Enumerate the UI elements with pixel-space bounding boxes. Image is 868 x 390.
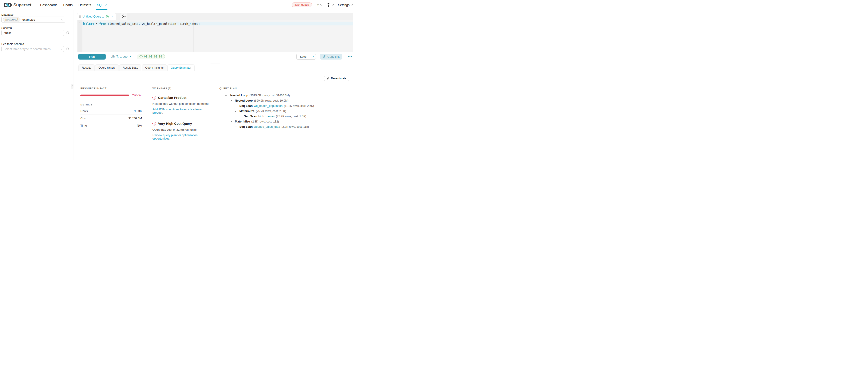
tab-query-history[interactable]: Query history	[95, 64, 119, 71]
schema-select[interactable]: public	[1, 30, 64, 36]
theme-menu[interactable]	[327, 3, 333, 7]
superset-logo[interactable]: Superset	[4, 2, 31, 7]
warnings-heading: WARNINGS (2)	[152, 87, 210, 90]
chevron-down-icon[interactable]	[230, 100, 235, 101]
tab-query-estimator[interactable]: Query Estimator	[167, 64, 195, 71]
chevron-down-icon	[60, 32, 62, 34]
caret-down-icon: ▼	[129, 56, 131, 58]
warning-description: Query has cost of 31456.0M units.	[152, 128, 210, 131]
query-plan-column: QUERY PLAN Nested Loop (2515.0B rows, co…	[215, 83, 356, 160]
sql-editor-pane: Untitled Query 1 × 1	[74, 10, 356, 160]
chevron-down-icon	[60, 48, 62, 50]
chevron-down-icon[interactable]	[230, 121, 235, 122]
query-estimator-panel: RESOURCE IMPACT Critical METRICS Rows 90…	[74, 83, 356, 160]
settings-menu[interactable]: Settings	[338, 3, 352, 7]
tree-guide-line	[235, 103, 235, 111]
chevron-down-icon[interactable]	[225, 95, 230, 96]
superset-sql-lab: Superset Dashboards Charts Datasets SQL …	[0, 0, 356, 160]
plan-node-stats: (2.8K rows, cost: 118)	[281, 125, 309, 128]
sidebar-resize-handle[interactable]	[73, 84, 74, 88]
chevron-down-icon[interactable]	[235, 111, 239, 112]
table-select[interactable]: Select table or type to search tables	[1, 46, 64, 52]
resource-impact-column: RESOURCE IMPACT Critical METRICS Rows 90…	[74, 83, 146, 160]
plan-node-name: Seq Scan	[239, 125, 253, 128]
nav-item-charts[interactable]: Charts	[60, 0, 75, 10]
warning-cartesian-product: ! Cartesian Product Nested loop without …	[152, 96, 210, 114]
plan-node-name: Materialize	[239, 109, 254, 113]
reestimate-button[interactable]: Re-estimate	[324, 76, 349, 81]
chevron-left-icon	[71, 85, 73, 87]
brand-name: Superset	[13, 2, 31, 7]
settings-label: Settings	[338, 3, 349, 7]
plan-node-materialize-1: Materialize (75.7K rows, cost: 2.6K)	[219, 109, 356, 114]
sql-code-editor[interactable]: 1 select * from cleaned_sales_data, wb_h…	[78, 20, 353, 52]
plan-node-stats: (2515.0B rows, cost: 31456.0M)	[250, 94, 290, 97]
tab-query-insights[interactable]: Query Insights	[142, 64, 167, 71]
impact-bar-row: Critical	[81, 93, 142, 97]
tab-result-stats[interactable]: Result Stats	[119, 64, 141, 71]
plan-node-nested-loop-2: Nested Loop (890.9M rows, cost: 19.0M)	[219, 98, 356, 103]
nav-item-dashboards[interactable]: Dashboards	[37, 0, 60, 10]
impact-level: Critical	[132, 93, 142, 97]
database-value: examples	[22, 18, 35, 21]
tree-connector-icon	[239, 114, 244, 116]
tree-guide-line	[235, 122, 235, 124]
editor-toolbar: Run LIMIT: 1 000 ▼ 00:00:00.00 Save	[78, 52, 353, 61]
warning-icon: !	[152, 122, 156, 125]
plan-node-stats: (890.9M rows, cost: 19.0M)	[254, 99, 288, 102]
query-plan-tree: Nested Loop (2515.0B rows, cost: 31456.0…	[219, 93, 356, 129]
query-saved-check-icon	[105, 15, 109, 18]
collapse-sidebar-button[interactable]	[71, 84, 73, 89]
tree-connector-icon	[235, 124, 239, 127]
lightning-icon	[327, 77, 330, 80]
drag-handle-icon	[79, 16, 81, 18]
metric-label: Time	[81, 124, 87, 127]
warning-suggestion-link[interactable]: Add JOIN conditions to avoid cartesian p…	[152, 108, 210, 114]
warning-title: Very High Cost Query	[158, 122, 192, 125]
nav-item-datasets[interactable]: Datasets	[75, 0, 94, 10]
sql-text: cleaned_sales_data, wb_health_population…	[106, 22, 200, 26]
plan-table-link[interactable]: birth_names	[258, 115, 275, 118]
warnings-column: WARNINGS (2) ! Cartesian Product Nested …	[146, 83, 215, 160]
add-query-tab-button[interactable]	[120, 13, 127, 20]
save-split-button: Save	[297, 54, 316, 60]
nav-item-sql-label: SQL	[97, 3, 103, 7]
query-tab-untitled-query-1[interactable]: Untitled Query 1 ×	[78, 13, 116, 20]
sidebar-divider	[1, 39, 71, 39]
pane-resize-handle[interactable]	[211, 62, 220, 64]
reestimate-label: Re-estimate	[331, 77, 346, 80]
plan-node-materialize-2: Materialize (2.8K rows, cost: 132)	[219, 119, 356, 124]
nav-item-sql[interactable]: SQL	[94, 0, 109, 10]
close-tab-icon[interactable]: ×	[111, 15, 113, 18]
warning-suggestion-link[interactable]: Review query plan for optimization oppor…	[152, 133, 210, 140]
main-nav: Dashboards Charts Datasets SQL	[37, 0, 109, 10]
new-item-menu[interactable]: +	[317, 3, 322, 7]
tab-results[interactable]: Results	[79, 64, 95, 71]
copy-link-button[interactable]: Copy link	[320, 54, 342, 60]
refresh-schemas-icon[interactable]	[66, 31, 70, 35]
chevron-down-icon	[61, 19, 63, 21]
metric-row-cost: Cost 31456.0M	[81, 115, 142, 122]
limit-dropdown[interactable]: LIMIT: 1 000 ▼	[111, 55, 131, 58]
more-actions-button[interactable]: •••	[348, 55, 352, 58]
save-options-button[interactable]	[310, 54, 316, 59]
warning-title: Cartesian Product	[158, 96, 186, 99]
chevron-down-icon	[332, 3, 334, 5]
plan-table-link[interactable]: wb_health_population	[254, 104, 283, 108]
plan-node-name: Seq Scan	[244, 115, 257, 118]
sql-lab-sidebar: Database postgresql examples Schema publ…	[0, 10, 74, 160]
database-select[interactable]: postgresql examples	[1, 17, 65, 23]
sql-text: *	[94, 22, 99, 26]
navbar: Superset Dashboards Charts Datasets SQL …	[0, 0, 356, 10]
plan-table-link[interactable]: cleaned_sales_data	[254, 125, 280, 128]
plan-node-seq-scan-wb-health: Seq Scan wb_health_population (11.8K row…	[219, 103, 356, 109]
query-plan-heading: QUERY PLAN	[219, 87, 356, 90]
refresh-tables-icon[interactable]	[66, 47, 70, 51]
resource-impact-heading: RESOURCE IMPACT	[81, 87, 142, 90]
chevron-down-icon	[320, 3, 322, 5]
copy-link-label: Copy link	[328, 55, 340, 58]
run-button[interactable]: Run	[79, 54, 105, 60]
query-tab-title: Untitled Query 1	[83, 15, 104, 18]
metric-value: 31456.0M	[128, 117, 142, 120]
save-button[interactable]: Save	[297, 54, 310, 59]
